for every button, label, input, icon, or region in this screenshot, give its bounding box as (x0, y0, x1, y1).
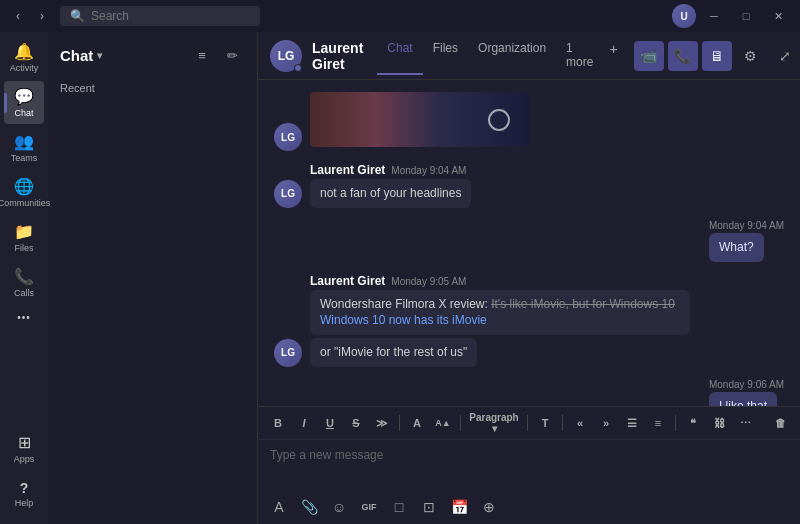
tab-more[interactable]: 1 more (556, 37, 603, 75)
more-compose-button[interactable]: ⊕ (476, 494, 502, 520)
teams-icon: 👥 (14, 132, 34, 151)
msg-time-1: Monday 9:04 AM (391, 165, 466, 176)
font-color-button[interactable]: A (405, 411, 429, 435)
indent-less-button[interactable]: « (568, 411, 592, 435)
main-container: 🔔 Activity 💬 Chat 👥 Teams 🌐 Communities … (0, 32, 800, 524)
screen-share-button[interactable]: 🖥 (702, 41, 732, 71)
apps-label: Apps (14, 454, 35, 464)
sidebar-item-files[interactable]: 📁 Files (4, 216, 44, 259)
apps-icon: ⊞ (18, 433, 31, 452)
tab-organization[interactable]: Organization (468, 37, 556, 75)
indent-more-button[interactable]: » (594, 411, 618, 435)
emoji-button[interactable]: ☺ (326, 494, 352, 520)
discard-button[interactable]: 🗑 (768, 411, 792, 435)
chat-list-actions: ≡ ✏ (189, 42, 245, 68)
compose-area: B I U S ≫ A A▲ Paragraph ▾ T « » ☰ ≡ ❝ ⛓ (258, 406, 800, 524)
titlebar-left: ‹ › 🔍 (8, 6, 260, 26)
meet-now-button[interactable]: ⊡ (416, 494, 442, 520)
video-call-button[interactable]: 📹 (634, 41, 664, 71)
calls-label: Calls (14, 288, 34, 298)
schedule-button[interactable]: 📅 (446, 494, 472, 520)
gif-button[interactable]: GIF (356, 494, 382, 520)
popout-button[interactable]: ⤢ (770, 41, 800, 71)
chat-tabs: Chat Files Organization 1 more + (377, 37, 623, 75)
sidebar-item-more[interactable]: ••• (4, 306, 44, 329)
sidebar-narrow: 🔔 Activity 💬 Chat 👥 Teams 🌐 Communities … (0, 32, 48, 524)
msg-bubble-3b: or "iMovie for the rest of us" (310, 338, 477, 367)
message-group-1: LG Laurent Giret Monday 9:04 AM not a fa… (274, 163, 784, 208)
quote-button[interactable]: ❝ (681, 411, 705, 435)
bold-button[interactable]: B (266, 411, 290, 435)
titlebar-right: U ─ □ ✕ (672, 4, 792, 28)
titlebar-nav: ‹ › (8, 6, 52, 26)
sticker-button[interactable]: □ (386, 494, 412, 520)
contact-initials: LG (278, 49, 295, 63)
message-group-2: Monday 9:04 AM What? (274, 220, 784, 262)
attach-button[interactable]: 📎 (296, 494, 322, 520)
msg-content (310, 92, 784, 151)
chat-label: Chat (14, 108, 33, 118)
sidebar-item-chat[interactable]: 💬 Chat (4, 81, 44, 124)
search-input[interactable] (91, 9, 250, 23)
search-bar[interactable]: 🔍 (60, 6, 260, 26)
italic-button[interactable]: I (292, 411, 316, 435)
underline-button[interactable]: U (318, 411, 342, 435)
clear-format-button[interactable]: T (533, 411, 557, 435)
forward-button[interactable]: › (32, 6, 52, 26)
sidebar-item-teams[interactable]: 👥 Teams (4, 126, 44, 169)
sidebar-item-communities[interactable]: 🌐 Communities (4, 171, 44, 214)
add-tab-button[interactable]: + (603, 37, 623, 75)
popout-icon: ⤢ (779, 48, 791, 64)
audio-call-button[interactable]: 📞 (668, 41, 698, 71)
tab-chat[interactable]: Chat (377, 37, 422, 75)
sidebar-item-apps[interactable]: ⊞ Apps (4, 427, 44, 470)
msg-bubble-4: I like that (709, 392, 777, 406)
sidebar-item-calls[interactable]: 📞 Calls (4, 261, 44, 304)
sidebar-item-help[interactable]: ? Help (4, 474, 44, 514)
attach-icon: 📎 (301, 499, 318, 515)
compose-button[interactable]: ✏ (219, 42, 245, 68)
number-list-button[interactable]: ≡ (646, 411, 670, 435)
msg-header-3: Laurent Giret Monday 9:05 AM (310, 274, 784, 288)
back-button[interactable]: ‹ (8, 6, 28, 26)
link-button[interactable]: ⛓ (707, 411, 731, 435)
strikethrough-button[interactable]: S (344, 411, 368, 435)
active-indicator (4, 93, 7, 113)
toolbar-divider-4 (562, 415, 563, 431)
filter-button[interactable]: ≡ (189, 42, 215, 68)
msg-content-3: Laurent Giret Monday 9:05 AM Wondershare… (310, 274, 784, 367)
messages-area[interactable]: LG LG Laurent Giret Monday 9:04 AM not a… (258, 80, 800, 406)
msg-bubble-2: What? (709, 233, 764, 262)
msg-bubble-3: Wondershare Filmora X review: It's like … (310, 290, 690, 336)
contact-name: Laurent Giret (312, 40, 363, 72)
tab-files[interactable]: Files (423, 37, 468, 75)
chat-settings-button[interactable]: ⚙ (736, 41, 766, 71)
toolbar-divider-5 (675, 415, 676, 431)
compose-toolbar: B I U S ≫ A A▲ Paragraph ▾ T « » ☰ ≡ ❝ ⛓ (258, 407, 800, 440)
more-icon: ••• (17, 312, 31, 323)
user-avatar: U (672, 4, 696, 28)
msg-avatar-1: LG (274, 180, 302, 208)
message-group-4: Monday 9:06 AM I like that (274, 379, 784, 406)
minimize-button[interactable]: ─ (700, 6, 728, 26)
more-format-button[interactable]: ≫ (370, 411, 394, 435)
titlebar: ‹ › 🔍 U ─ □ ✕ (0, 0, 800, 32)
more-toolbar-button[interactable]: ⋯ (733, 411, 757, 435)
compose-input-area[interactable]: Type a new message (258, 440, 800, 490)
chat-topbar: LG Laurent Giret Chat Files Organization… (258, 32, 800, 80)
close-button[interactable]: ✕ (764, 6, 792, 26)
chat-chevron-icon: ▾ (97, 50, 102, 61)
highlight-button[interactable]: A▲ (431, 411, 455, 435)
bullet-list-button[interactable]: ☰ (620, 411, 644, 435)
restore-button[interactable]: □ (732, 6, 760, 26)
msg-link-3[interactable]: Windows 10 now has its iMovie (320, 313, 487, 327)
sidebar-item-activity[interactable]: 🔔 Activity (4, 36, 44, 79)
gif-icon: GIF (362, 502, 377, 512)
image-preview (310, 92, 530, 147)
paragraph-style-button[interactable]: Paragraph ▾ (466, 411, 522, 435)
toolbar-divider-1 (399, 415, 400, 431)
topbar-actions: 📹 📞 🖥 ⚙ ⤢ (634, 41, 800, 71)
text-format-toggle[interactable]: A (266, 494, 292, 520)
files-icon: 📁 (14, 222, 34, 241)
files-label: Files (14, 243, 33, 253)
